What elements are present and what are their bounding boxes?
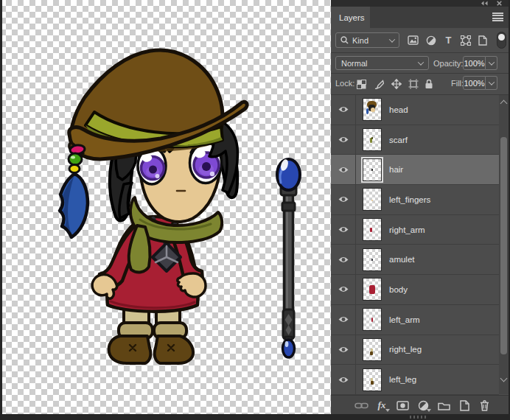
- layer-thumbnail[interactable]: [363, 98, 382, 121]
- search-icon: [340, 36, 349, 44]
- layer-filter-toggle[interactable]: [497, 32, 506, 49]
- adjustment-layer-filter-icon[interactable]: [425, 34, 437, 46]
- layer-name: head: [389, 105, 408, 114]
- scrollbar-thumb[interactable]: [500, 137, 507, 354]
- character-art: [0, 0, 331, 414]
- lock-artboard-icon[interactable]: [408, 78, 419, 90]
- chevron-down-icon: [488, 79, 494, 85]
- tab-layers[interactable]: Layers: [331, 7, 370, 28]
- lock-image-pixels-icon[interactable]: [373, 78, 385, 90]
- toggle-knob: [498, 34, 505, 41]
- layer-row[interactable]: head: [331, 95, 499, 125]
- eye-icon: [338, 346, 349, 354]
- lock-all-icon[interactable]: [423, 78, 435, 90]
- layer-thumbnail[interactable]: [363, 158, 382, 181]
- eye-icon: [338, 166, 349, 174]
- visibility-toggle[interactable]: [331, 125, 356, 155]
- opacity-dropdown-button[interactable]: [486, 56, 497, 70]
- layer-list: head scarf hair left_fingers right_arm a…: [331, 94, 499, 394]
- layer-thumbnail[interactable]: [363, 248, 382, 271]
- type-layer-filter-icon[interactable]: T: [442, 34, 455, 46]
- lock-transparent-pixels-icon[interactable]: [355, 78, 367, 90]
- layer-name: body: [389, 285, 408, 294]
- filter-kind-value: Kind: [352, 36, 386, 45]
- layer-thumbnail[interactable]: [363, 308, 382, 331]
- layer-name: left_arm: [389, 315, 420, 324]
- visibility-toggle[interactable]: [331, 365, 356, 394]
- smart-object-filter-icon[interactable]: [476, 34, 489, 46]
- staff-art: [277, 158, 300, 357]
- document-canvas[interactable]: [0, 0, 331, 414]
- lock-label: Lock:: [335, 79, 354, 88]
- visibility-toggle[interactable]: [331, 215, 356, 245]
- visibility-toggle[interactable]: [331, 275, 356, 304]
- hat-beads-art: [60, 144, 88, 237]
- panel-resize-grip[interactable]: [410, 416, 428, 419]
- delete-layer-icon[interactable]: [475, 396, 493, 415]
- visibility-toggle[interactable]: [331, 335, 356, 365]
- layer-name: left_leg: [389, 375, 416, 384]
- layer-name: amulet: [389, 255, 415, 264]
- layer-row[interactable]: body: [331, 275, 499, 305]
- link-layers-icon[interactable]: [352, 396, 370, 415]
- blend-mode-select[interactable]: Normal: [335, 56, 429, 70]
- layer-row[interactable]: scarf: [331, 125, 499, 155]
- lock-position-icon[interactable]: [391, 78, 402, 90]
- fill-value[interactable]: 100%: [463, 76, 486, 90]
- scroll-up-icon[interactable]: [500, 100, 508, 108]
- witch-character-art: [60, 50, 247, 363]
- opacity-value[interactable]: 100%: [463, 56, 486, 70]
- layer-group-icon[interactable]: [435, 396, 453, 415]
- visibility-toggle[interactable]: [331, 95, 356, 125]
- blend-mode-row: Normal Opacity: 100%: [331, 53, 510, 73]
- layer-thumbnail[interactable]: [363, 338, 382, 361]
- layer-thumbnail[interactable]: [363, 218, 382, 241]
- adjustment-layer-icon[interactable]: [414, 396, 432, 415]
- layer-mask-icon[interactable]: [394, 396, 411, 415]
- shape-layer-filter-icon[interactable]: [459, 34, 472, 46]
- new-layer-icon[interactable]: [455, 396, 473, 415]
- layer-row[interactable]: left_fingers: [331, 185, 499, 215]
- eye-icon: [338, 256, 349, 264]
- eye-icon: [338, 105, 349, 113]
- window-bottom-bar: [0, 414, 510, 420]
- fill-label: Fill:: [451, 79, 464, 88]
- eye-icon: [338, 225, 349, 234]
- layer-row[interactable]: right_arm: [331, 215, 499, 245]
- opacity-label: Opacity:: [433, 59, 463, 68]
- layer-list-scrollbar[interactable]: [499, 94, 509, 394]
- visibility-toggle[interactable]: [331, 185, 356, 214]
- photoshop-workspace: Layers Kind T: [0, 0, 510, 420]
- layer-name: left_fingers: [389, 195, 430, 204]
- blend-mode-value: Normal: [341, 59, 419, 68]
- layers-panel: Layers Kind T: [331, 0, 510, 414]
- layer-thumbnail[interactable]: [363, 368, 382, 391]
- layer-row[interactable]: hair: [331, 155, 499, 185]
- tab-layers-label: Layers: [339, 13, 365, 22]
- layer-thumbnail[interactable]: [363, 278, 382, 301]
- filter-kind-dropdown[interactable]: Kind: [335, 32, 399, 48]
- layer-row[interactable]: left_arm: [331, 305, 499, 335]
- scroll-down-icon[interactable]: [500, 375, 508, 382]
- layer-name: right_leg: [389, 345, 422, 354]
- eye-icon: [338, 285, 349, 293]
- layer-row[interactable]: amulet: [331, 245, 499, 275]
- panel-menu-icon[interactable]: [492, 13, 503, 21]
- fill-dropdown-button[interactable]: [486, 76, 497, 90]
- layer-row[interactable]: right_leg: [331, 335, 499, 365]
- chevron-down-icon: [418, 59, 424, 65]
- collapse-panel-icon[interactable]: [481, 1, 488, 6]
- layer-thumbnail[interactable]: [363, 128, 382, 151]
- eye-icon: [338, 136, 349, 144]
- layer-filter-row: Kind T: [331, 28, 510, 52]
- visibility-toggle[interactable]: [331, 245, 356, 274]
- close-panel-icon[interactable]: [497, 1, 502, 6]
- visibility-toggle[interactable]: [331, 155, 356, 184]
- eye-icon: [338, 195, 349, 203]
- pixel-layer-filter-icon[interactable]: [407, 34, 419, 46]
- eye-icon: [338, 315, 349, 323]
- layer-thumbnail[interactable]: [363, 188, 382, 211]
- layer-row[interactable]: left_leg: [331, 365, 499, 395]
- layer-style-icon[interactable]: fx: [373, 396, 391, 415]
- visibility-toggle[interactable]: [331, 305, 356, 335]
